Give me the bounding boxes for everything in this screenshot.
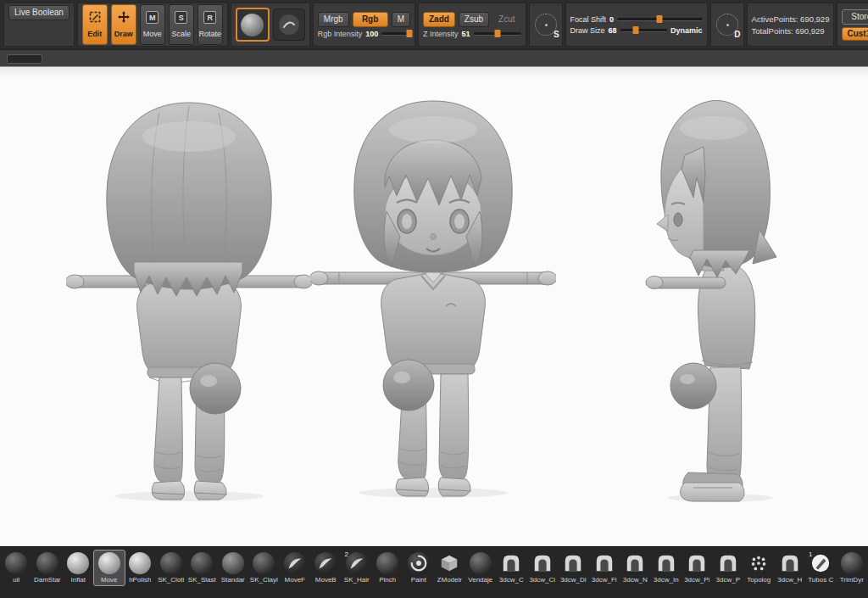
brush-dock: uilDamStarInflatMovehPolishSK_ClotlSK_Sl… <box>0 546 868 598</box>
z-intensity-groove[interactable] <box>474 32 521 36</box>
sculptris-pro-icon[interactable]: S <box>534 13 558 36</box>
rgb-button[interactable]: Rgb <box>353 12 388 27</box>
brush-tubos-c[interactable]: 1Tubos C <box>805 550 837 585</box>
brush-3dcw-di[interactable]: 3dcw_Di <box>558 550 589 585</box>
brush-3dcw-cl[interactable]: 3dcw_Cl <box>527 550 559 585</box>
brush-label: Vendaje <box>468 576 492 584</box>
brush-thumbnail-icon <box>191 552 213 574</box>
brush-trimdyr[interactable]: TrimDyr <box>837 550 868 585</box>
move-cross-icon <box>118 11 130 23</box>
brush-inflat[interactable]: Inflat <box>63 550 94 585</box>
draw-button[interactable]: Draw <box>111 4 136 45</box>
brush-label: hPolish <box>129 576 151 584</box>
brush-badge: 2 <box>345 550 348 558</box>
z-intensity-handle[interactable] <box>495 30 501 37</box>
live-boolean-button[interactable]: Live Boolean <box>8 5 70 20</box>
draw-size-label: Draw Size <box>570 26 605 35</box>
scale-button[interactable]: S Scale <box>169 4 194 45</box>
brush-sk-clotl[interactable]: SK_Clotl <box>156 550 187 585</box>
brush-selector-segment <box>231 3 310 47</box>
canvas-scrollbar[interactable] <box>7 54 42 64</box>
brush-3dcw-c[interactable]: 3dcw_C <box>496 550 527 585</box>
brush-sk-slast[interactable]: SK_Slast <box>186 550 218 585</box>
mrgb-button[interactable]: Mrgb <box>318 12 349 27</box>
move-button[interactable]: M Move <box>140 4 165 45</box>
focal-shift-groove[interactable] <box>617 18 702 21</box>
zcut-button[interactable]: Zcut <box>492 12 520 27</box>
rgb-intensity-label: Rgb Intensity <box>318 30 363 38</box>
brush-zmodelr[interactable]: ZModelr <box>434 550 465 585</box>
brush-3dcw-n[interactable]: 3dcw_N <box>620 550 651 585</box>
brush-thumbnail-icon <box>748 552 770 574</box>
brush-thumbnail-icon <box>36 552 58 574</box>
store-view-button[interactable]: Store View <box>842 9 868 25</box>
zsub-button[interactable]: Zsub <box>459 12 489 27</box>
brush-label: TrimDyr <box>840 576 864 584</box>
brush-label: Tubos C <box>808 576 833 584</box>
brush-sk-hair[interactable]: 2SK_Hair <box>342 550 373 585</box>
brush-standar[interactable]: Standar <box>218 550 249 585</box>
brush-label: 3dcw_C <box>499 576 524 584</box>
focal-shift-handle[interactable] <box>657 15 663 23</box>
brush-3dcw-fi[interactable]: 3dcw_Fi <box>589 550 620 585</box>
zadd-button[interactable]: Zadd <box>423 12 455 27</box>
brush-label: Inflat <box>71 576 86 584</box>
brush-3dcw-pl[interactable]: 3dcw_Pl <box>682 550 713 585</box>
sculpt-canvas[interactable] <box>0 66 868 546</box>
brush-movef[interactable]: MoveF <box>280 550 311 585</box>
scale-letter-icon: S <box>175 11 187 24</box>
brush-label: MoveB <box>315 576 337 584</box>
brush-label: SK_Slast <box>188 576 216 584</box>
cust1-button[interactable]: Cust1 <box>842 27 868 41</box>
brush-thumbnail-icon <box>841 552 863 574</box>
move-letter-icon: M <box>146 11 159 24</box>
total-points-readout: TotalPoints: 690,929 <box>752 26 830 36</box>
brush-label: DamStar <box>34 576 61 584</box>
brush-thumbnail-icon <box>810 552 832 574</box>
brush-thumbnail-icon <box>253 552 275 574</box>
d-mode-icon[interactable]: D <box>715 13 739 36</box>
stroke-selector[interactable] <box>273 8 305 41</box>
sub-strip <box>0 49 868 67</box>
dynamic-label: Dynamic <box>670 26 703 35</box>
brush-thumbnail-icon <box>222 552 244 574</box>
brush-thumbnail-icon <box>376 552 398 574</box>
brush-label: 3dcw_H <box>777 576 802 584</box>
brush-3dcw-h[interactable]: 3dcw_H <box>775 550 806 585</box>
brush-hpolish[interactable]: hPolish <box>125 550 156 585</box>
current-brush-thumbnail[interactable] <box>236 8 270 42</box>
edit-button[interactable]: Edit <box>82 4 108 45</box>
brush-label: MoveF <box>285 576 305 584</box>
rgb-intensity-handle[interactable] <box>406 30 412 37</box>
focal-shift-slider[interactable]: Focal Shift 0 <box>570 15 703 24</box>
brush-uil[interactable]: uil <box>1 550 32 585</box>
brush-label: Pinch <box>379 576 396 584</box>
brush-label: Paint <box>411 576 426 584</box>
brush-3dcw-p[interactable]: 3dcw_P <box>713 550 744 585</box>
brush-moveb[interactable]: MoveB <box>310 550 342 585</box>
points-segment: ActivePoints: 690,929 TotalPoints: 690,9… <box>747 3 835 47</box>
brush-label: Topolog <box>747 576 771 584</box>
brush-pinch[interactable]: Pinch <box>372 550 403 585</box>
focal-shift-value: 0 <box>609 15 614 24</box>
rgb-intensity-slider[interactable]: Rgb Intensity 100 <box>318 30 410 38</box>
brush-sk-clayl[interactable]: SK_Clayl <box>248 550 280 585</box>
draw-size-groove[interactable] <box>620 29 667 32</box>
brush-topolog[interactable]: Topolog <box>743 550 775 585</box>
brush-3dcw-in[interactable]: 3dcw_In <box>651 550 682 585</box>
brush-move[interactable]: Move <box>94 550 125 585</box>
rgb-intensity-groove[interactable] <box>381 32 410 36</box>
dynamesh-segment: D <box>710 3 744 47</box>
z-intensity-slider[interactable]: Z Intensity 51 <box>423 30 521 38</box>
draw-size-slider[interactable]: Draw Size 68 Dynamic <box>570 26 703 35</box>
brush-paint[interactable]: Paint <box>403 550 435 585</box>
focal-drawsize-segment: Focal Shift 0 Draw Size 68 Dynamic <box>565 3 708 47</box>
rotate-button[interactable]: R Rotate <box>198 4 223 45</box>
draw-size-handle[interactable] <box>633 26 639 34</box>
m-button[interactable]: M <box>392 12 410 27</box>
brush-vendaje[interactable]: Vendaje <box>465 550 497 585</box>
brush-label: 3dcw_N <box>623 576 648 584</box>
z-intensity-value: 51 <box>461 30 470 38</box>
brush-damstar[interactable]: DamStar <box>32 550 64 585</box>
sculpt-mode-segment: Zadd Zsub Zcut Z Intensity 51 <box>418 3 526 47</box>
